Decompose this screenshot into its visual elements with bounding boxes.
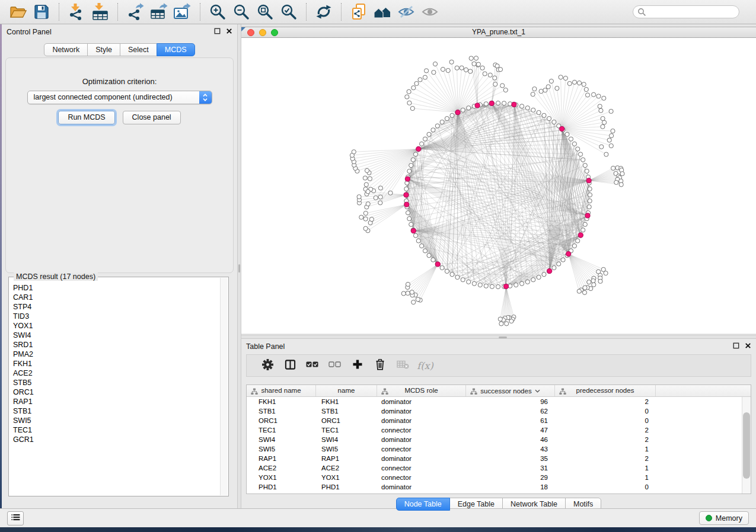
result-item[interactable]: PHD1 xyxy=(13,283,219,293)
tab-network[interactable]: Network xyxy=(44,43,88,56)
result-item[interactable]: STB5 xyxy=(13,378,219,387)
float-panel-icon[interactable] xyxy=(733,342,739,349)
result-item[interactable]: TID3 xyxy=(13,312,219,321)
result-item[interactable]: STP4 xyxy=(13,302,219,312)
import-table-button[interactable] xyxy=(90,1,111,23)
column-header-MCDS-role[interactable]: MCDS role xyxy=(377,385,466,396)
table-row[interactable]: ORC1ORC1dominator610 xyxy=(247,416,742,425)
vertical-splitter[interactable] xyxy=(237,24,241,508)
clone-icon xyxy=(350,2,368,21)
result-item[interactable]: YOX1 xyxy=(13,321,219,331)
cell: 96 xyxy=(466,397,555,406)
table-toolbar: f(x) xyxy=(246,354,751,377)
table-settings-button[interactable] xyxy=(256,359,279,373)
table-row[interactable]: STB1STB1dominator620 xyxy=(247,406,742,416)
result-item[interactable]: FKH1 xyxy=(13,359,219,368)
result-item[interactable]: RAP1 xyxy=(13,397,219,406)
table-row[interactable]: SWI5SWI5connector431 xyxy=(247,444,742,454)
hide-selected-button[interactable] xyxy=(395,1,417,23)
column-header-shared-name[interactable]: shared name xyxy=(247,385,316,396)
delete-table-button[interactable] xyxy=(391,360,414,371)
save-icon xyxy=(33,4,50,20)
task-history-button[interactable] xyxy=(7,511,24,525)
result-item[interactable]: SWI5 xyxy=(13,416,219,425)
cell: dominator xyxy=(377,416,466,425)
open-file-button[interactable] xyxy=(7,1,28,23)
zoom-in-button[interactable] xyxy=(207,1,228,23)
tab-mcds[interactable]: MCDS xyxy=(157,43,195,56)
table-scrollbar-thumb[interactable] xyxy=(743,412,750,479)
close-window-light[interactable] xyxy=(247,29,254,36)
cell: RAP1 xyxy=(316,454,377,463)
table-row[interactable]: TEC1TEC1connector472 xyxy=(247,425,742,435)
optimization-criterion-select[interactable]: largest connected component (undirected) xyxy=(27,91,212,104)
cell: YOX1 xyxy=(247,473,316,482)
split-panel-button[interactable] xyxy=(279,359,301,373)
result-item[interactable]: ORC1 xyxy=(13,387,219,397)
export-table-button[interactable] xyxy=(148,1,170,23)
table-scrollbar[interactable] xyxy=(742,397,751,493)
result-item[interactable]: GCR1 xyxy=(13,435,219,444)
memory-button[interactable]: Memory xyxy=(699,511,749,525)
result-item[interactable]: PMA2 xyxy=(13,350,219,359)
select-all-rows-button[interactable] xyxy=(301,360,324,371)
result-item[interactable]: SWI4 xyxy=(13,331,219,340)
float-panel-icon[interactable] xyxy=(214,28,221,34)
cell: RAP1 xyxy=(247,454,316,463)
zoom-out-button[interactable] xyxy=(231,1,252,23)
clone-network-button[interactable] xyxy=(348,1,369,23)
function-builder-button[interactable]: f(x) xyxy=(414,360,436,371)
cell: 2 xyxy=(555,454,656,463)
criterion-value: largest connected component (undirected) xyxy=(34,93,173,101)
show-all-button[interactable] xyxy=(419,1,441,23)
result-item[interactable]: TEC1 xyxy=(13,425,219,435)
result-item[interactable]: SRD1 xyxy=(13,340,219,350)
close-panel-icon[interactable] xyxy=(226,28,232,34)
close-panel-button[interactable]: Close panel xyxy=(123,111,181,124)
column-header-predecessor-nodes[interactable]: predecessor nodes xyxy=(555,385,656,396)
cell: connector xyxy=(377,444,466,454)
cell: dominator xyxy=(377,406,466,416)
trash-icon xyxy=(375,358,385,373)
result-item[interactable]: ACE2 xyxy=(13,368,219,378)
search-box xyxy=(633,5,739,18)
add-column-button[interactable] xyxy=(346,359,369,372)
export-network-button[interactable] xyxy=(125,1,146,23)
search-input[interactable] xyxy=(633,5,739,18)
table-row[interactable]: RAP1RAP1dominator352 xyxy=(247,454,742,463)
table-row[interactable]: ACE2ACE2connector311 xyxy=(247,463,742,473)
network-titlebar[interactable]: YPA_prune.txt_1 xyxy=(241,27,756,38)
cell: connector xyxy=(377,463,466,473)
delete-column-button[interactable] xyxy=(369,358,391,373)
close-panel-icon[interactable] xyxy=(745,342,751,349)
tab-style[interactable]: Style xyxy=(87,43,120,56)
zoom-selected-button[interactable] xyxy=(278,1,299,23)
zoom-fit-button[interactable] xyxy=(254,1,276,23)
first-neighbors-button[interactable] xyxy=(372,1,393,23)
result-item[interactable]: CAR1 xyxy=(13,293,219,302)
refresh-layout-button[interactable] xyxy=(313,1,334,23)
control-panel-tabs: NetworkStyleSelectMCDS xyxy=(2,43,237,56)
table-row[interactable]: YOX1YOX1connector291 xyxy=(247,473,742,482)
network-canvas[interactable] xyxy=(241,38,755,334)
run-mcds-button[interactable]: Run MCDS xyxy=(58,111,114,124)
table-panel-header: Table Panel xyxy=(241,339,756,353)
minimize-window-light[interactable] xyxy=(259,29,266,36)
table-row[interactable]: FKH1FKH1dominator962 xyxy=(247,397,742,406)
export-image-button[interactable] xyxy=(172,1,193,23)
export-image-icon xyxy=(173,3,192,21)
import-network-button[interactable] xyxy=(66,1,87,23)
column-header-name[interactable]: name xyxy=(316,385,377,396)
table-tab-node-table[interactable]: Node Table xyxy=(396,498,450,511)
column-header-successor-nodes[interactable]: successor nodes xyxy=(466,385,555,396)
cell: ORC1 xyxy=(247,416,316,425)
result-item[interactable]: STB1 xyxy=(13,406,219,416)
table-row[interactable]: SWI4SWI4dominator462 xyxy=(247,435,742,444)
save-session-button[interactable] xyxy=(31,1,52,23)
maximize-window-light[interactable] xyxy=(271,29,278,36)
table-row[interactable]: PHD1PHD1dominator180 xyxy=(247,482,742,492)
deselect-all-rows-button[interactable] xyxy=(324,360,346,371)
tab-select[interactable]: Select xyxy=(120,43,157,56)
result-list-scrollbar[interactable] xyxy=(220,278,228,495)
horizontal-splitter[interactable] xyxy=(241,335,756,339)
